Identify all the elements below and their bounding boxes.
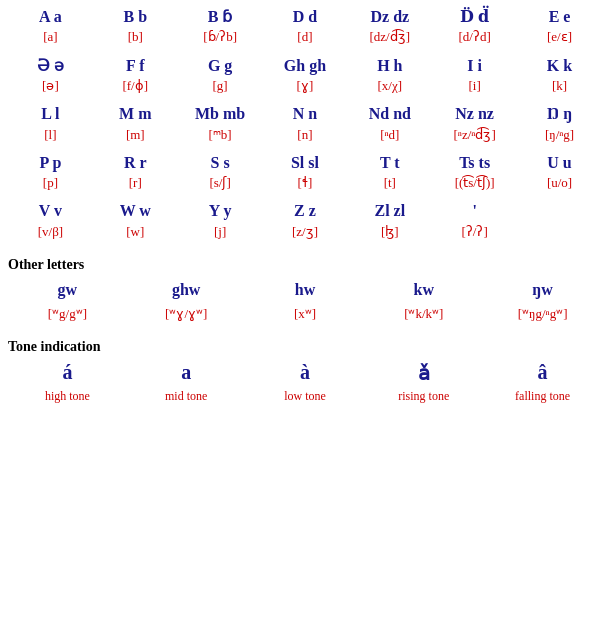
- other-ipa-4: [ʷŋg/ⁿgʷ]: [483, 303, 602, 329]
- tone-label-3: rising tone: [364, 387, 483, 406]
- letter-4-5: ': [436, 200, 513, 222]
- letter-3-4: T t: [351, 152, 428, 174]
- ipa-4-2: [j]: [182, 223, 259, 241]
- alphabet-cell-2-4: Nd nd[ⁿd]: [347, 101, 432, 150]
- other-letter-label-0: gw: [12, 279, 123, 301]
- letter-4-4: Zl zl: [351, 200, 428, 222]
- letter-3-2: S s: [182, 152, 259, 174]
- letter-0-0: A a: [12, 6, 89, 28]
- letter-4-3: Z z: [267, 200, 344, 222]
- other-letter-2: hw: [246, 277, 365, 303]
- alphabet-cell-4-0: V v[v/β]: [8, 198, 93, 247]
- ipa-1-0: [ə]: [12, 77, 89, 95]
- ipa-3-3: [ɬ]: [267, 174, 344, 192]
- tone-label-1: mid tone: [127, 387, 246, 406]
- letter-0-4: Dz dz: [351, 6, 428, 28]
- letter-3-5: Ts ts: [436, 152, 513, 174]
- alphabet-cell-1-0: Ə ə[ə]: [8, 53, 93, 102]
- alphabet-cell-2-3: N n[n]: [263, 101, 348, 150]
- alphabet-cell-0-4: Dz dz[dz/d͡ʒ]: [347, 4, 432, 53]
- letter-1-5: I i: [436, 55, 513, 77]
- alphabet-table: A a[a]B b[b]B ɓ[ɓ/ʔb]D d[d]Dz dz[dz/d͡ʒ]…: [8, 4, 602, 247]
- tone-label-0: high tone: [8, 387, 127, 406]
- tone-char-4: â: [487, 361, 598, 384]
- tone-table: áaàǎâhigh tonemid tonelow tonerising ton…: [8, 359, 602, 406]
- alphabet-cell-2-1: M m[m]: [93, 101, 178, 150]
- alphabet-cell-1-4: H h[x/χ]: [347, 53, 432, 102]
- letter-1-0: Ə ə: [12, 55, 89, 77]
- alphabet-cell-0-1: B b[b]: [93, 4, 178, 53]
- alphabet-cell-4-3: Z z[z/ʒ]: [263, 198, 348, 247]
- tone-letter-0: á: [8, 359, 127, 387]
- other-ipa-3: [ʷk/kʷ]: [364, 303, 483, 329]
- other-letters-title: Other letters: [8, 257, 602, 273]
- letter-0-3: D d: [267, 6, 344, 28]
- letter-4-1: W w: [97, 200, 174, 222]
- letter-1-3: Gh gh: [267, 55, 344, 77]
- tone-letter-1: a: [127, 359, 246, 387]
- other-letter-label-4: ŋw: [487, 279, 598, 301]
- other-ipa-2: [xʷ]: [246, 303, 365, 329]
- ipa-4-3: [z/ʒ]: [267, 223, 344, 241]
- tone-title: Tone indication: [8, 339, 602, 355]
- alphabet-cell-2-0: L l[l]: [8, 101, 93, 150]
- alphabet-cell-1-6: K k[k]: [517, 53, 602, 102]
- alphabet-cell-0-6: E e[e/ɛ]: [517, 4, 602, 53]
- other-ipa-label-1: [ʷɣ/ɣʷ]: [131, 305, 242, 323]
- ipa-3-1: [r]: [97, 174, 174, 192]
- other-letter-label-3: kw: [368, 279, 479, 301]
- other-letters-table: gwghwhwkwŋw[ʷg/gʷ][ʷɣ/ɣʷ][xʷ][ʷk/kʷ][ʷŋg…: [8, 277, 602, 330]
- alphabet-cell-2-5: Nz nz[ⁿz/ⁿd͡ʒ]: [432, 101, 517, 150]
- tone-label-4: falling tone: [483, 387, 602, 406]
- tone-label-text-2: low tone: [250, 389, 361, 404]
- letter-0-1: B b: [97, 6, 174, 28]
- tone-char-0: á: [12, 361, 123, 384]
- letter-1-1: F f: [97, 55, 174, 77]
- alphabet-cell-0-3: D d[d]: [263, 4, 348, 53]
- letter-3-6: U u: [521, 152, 598, 174]
- ipa-3-2: [s/ʃ]: [182, 174, 259, 192]
- letter-0-6: E e: [521, 6, 598, 28]
- tone-label-text-1: mid tone: [131, 389, 242, 404]
- letter-4-0: V v: [12, 200, 89, 222]
- other-ipa-label-0: [ʷg/gʷ]: [12, 305, 123, 323]
- ipa-0-6: [e/ɛ]: [521, 28, 598, 46]
- ipa-0-0: [a]: [12, 28, 89, 46]
- letter-1-6: K k: [521, 55, 598, 77]
- alphabet-cell-3-5: Ts ts[(t͡s/t͡ʃ)]: [432, 150, 517, 199]
- other-ipa-label-3: [ʷk/kʷ]: [368, 305, 479, 323]
- letter-4-2: Y y: [182, 200, 259, 222]
- tone-label-text-0: high tone: [12, 389, 123, 404]
- alphabet-cell-4-6: [517, 198, 602, 247]
- ipa-0-3: [d]: [267, 28, 344, 46]
- alphabet-cell-3-1: R r[r]: [93, 150, 178, 199]
- tone-letter-4: â: [483, 359, 602, 387]
- ipa-1-4: [x/χ]: [351, 77, 428, 95]
- tone-label-text-4: falling tone: [487, 389, 598, 404]
- letter-0-5: D̈ d̈: [436, 6, 513, 28]
- tone-label-2: low tone: [246, 387, 365, 406]
- other-letter-label-1: ghw: [131, 279, 242, 301]
- tone-char-3: ǎ: [368, 361, 479, 385]
- letter-3-3: Sl sl: [267, 152, 344, 174]
- other-ipa-label-4: [ʷŋg/ⁿgʷ]: [487, 305, 598, 323]
- alphabet-cell-0-0: A a[a]: [8, 4, 93, 53]
- other-letter-4: ŋw: [483, 277, 602, 303]
- alphabet-cell-2-6: Ŋ ŋ[ŋ/ⁿg]: [517, 101, 602, 150]
- letter-2-3: N n: [267, 103, 344, 125]
- ipa-3-6: [u/o]: [521, 174, 598, 192]
- letter-2-6: Ŋ ŋ: [521, 103, 598, 125]
- alphabet-cell-0-5: D̈ d̈[d/ʔd]: [432, 4, 517, 53]
- letter-2-1: M m: [97, 103, 174, 125]
- alphabet-cell-3-0: P p[p]: [8, 150, 93, 199]
- alphabet-cell-2-2: Mb mb[ᵐb]: [178, 101, 263, 150]
- letter-0-2: B ɓ: [182, 6, 259, 28]
- alphabet-cell-1-3: Gh gh[ɣ]: [263, 53, 348, 102]
- alphabet-cell-1-1: F f[f/ɸ]: [93, 53, 178, 102]
- ipa-1-2: [g]: [182, 77, 259, 95]
- letter-2-5: Nz nz: [436, 103, 513, 125]
- ipa-2-3: [n]: [267, 126, 344, 144]
- other-ipa-1: [ʷɣ/ɣʷ]: [127, 303, 246, 329]
- alphabet-cell-1-2: G g[g]: [178, 53, 263, 102]
- other-letter-1: ghw: [127, 277, 246, 303]
